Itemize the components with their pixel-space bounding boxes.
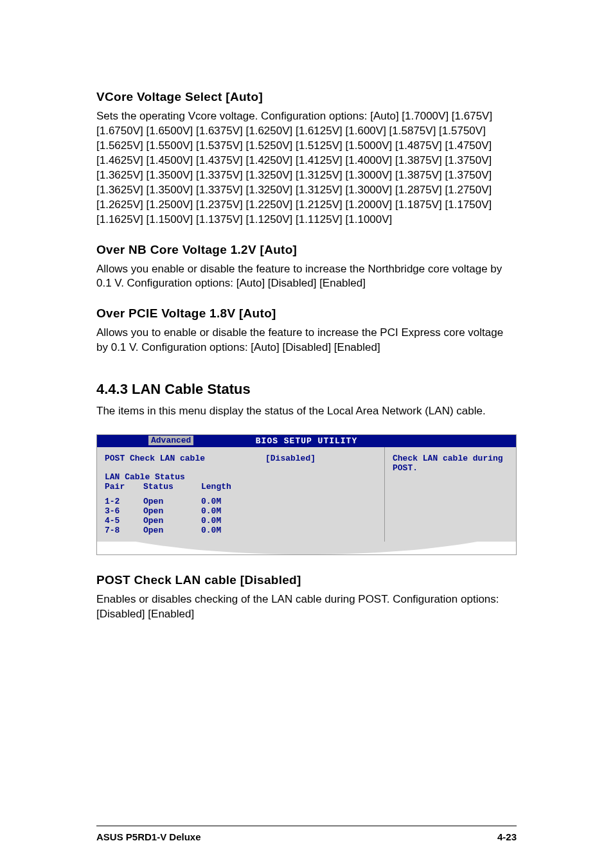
bios-help-panel: Check LAN cable during POST. [384,447,516,542]
bios-cell-pair: 4-5 [105,516,143,526]
bios-cell-pair: 1-2 [105,497,143,506]
heading-overnb: Over NB Core Voltage 1.2V [Auto] [96,243,517,257]
bios-cell-length: 0.0M [201,506,240,516]
bios-cell-length: 0.0M [201,526,240,535]
bios-table-header: Pair Status Length [105,482,377,492]
bios-cell-length: 0.0M [201,516,240,526]
page-footer: ASUS P5RD1-V Deluxe 4-23 [96,826,517,842]
bios-cell-status: Open [143,516,201,526]
text-overnb: Allows you enable or disable the feature… [96,262,517,292]
bios-table-row: 7-8 Open 0.0M [105,526,377,535]
bios-table-row: 1-2 Open 0.0M [105,497,377,506]
bios-cell-status: Open [143,526,201,535]
heading-vcore: VCore Voltage Select [Auto] [96,90,517,104]
bios-col-length: Length [201,482,240,492]
bios-col-pair: Pair [105,482,143,492]
bios-subheading: LAN Cable Status [105,472,377,482]
heading-lan-section: 4.4.3 LAN Cable Status [96,381,517,398]
bios-help-text: Check LAN cable during POST. [393,454,503,473]
footer-product: ASUS P5RD1-V Deluxe [96,831,201,842]
bios-col-status: Status [143,482,201,492]
bios-table-row: 3-6 Open 0.0M [105,506,377,516]
text-lan-section: The items in this menu display the statu… [96,404,517,419]
bios-cell-pair: 3-6 [105,506,143,516]
bios-tab-advanced: Advanced [148,436,193,445]
footer-page-number: 4-23 [497,831,517,842]
text-vcore: Sets the operating Vcore voltage. Config… [96,109,517,227]
bios-curve-bottom [97,542,516,554]
bios-cell-status: Open [143,506,201,516]
bios-table-row: 4-5 Open 0.0M [105,516,377,526]
bios-setting-value: [Disabled] [265,454,315,463]
bios-setting-label: POST Check LAN cable [105,454,265,463]
bios-cell-length: 0.0M [201,497,240,506]
text-postcheck: Enables or disables checking of the LAN … [96,592,517,622]
bios-setting-row: POST Check LAN cable [Disabled] [105,454,377,463]
text-overpcie: Allows you to enable or disable the feat… [96,326,517,355]
bios-setup-box: Advanced BIOS SETUP UTILITY POST Check L… [96,434,517,555]
heading-postcheck: POST Check LAN cable [Disabled] [96,573,517,587]
bios-header: Advanced BIOS SETUP UTILITY [97,435,516,447]
bios-title: BIOS SETUP UTILITY [256,436,357,446]
bios-cell-pair: 7-8 [105,526,143,535]
heading-overpcie: Over PCIE Voltage 1.8V [Auto] [96,306,517,321]
bios-cell-status: Open [143,497,201,506]
bios-left-panel: POST Check LAN cable [Disabled] LAN Cabl… [97,447,384,542]
